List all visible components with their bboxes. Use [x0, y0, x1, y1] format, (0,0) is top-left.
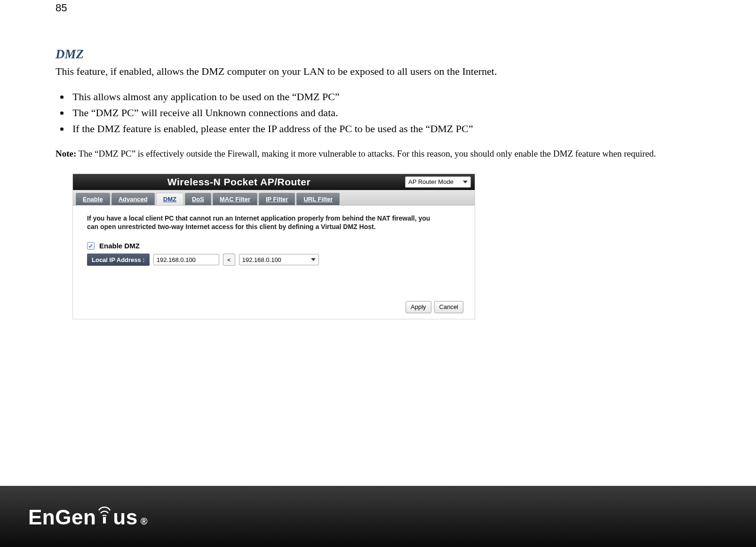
content-area: DMZ This feature, if enabled, allows the… [56, 47, 705, 319]
panel-body: If you have a local client PC that canno… [73, 206, 475, 319]
footer: EnGen us ® [0, 486, 756, 547]
bullet-item: If the DMZ feature is enabled, please en… [70, 121, 705, 137]
ip-select[interactable]: 192.168.0.100 [239, 254, 319, 265]
tab-label: URL Filter [303, 196, 333, 203]
svg-marker-0 [463, 181, 468, 183]
copy-ip-button[interactable]: < [223, 254, 235, 266]
tab-url-filter[interactable]: URL Filter [296, 193, 340, 205]
tab-ip-filter[interactable]: IP Filter [259, 193, 295, 205]
ip-field-label: Local IP Address : [87, 254, 150, 266]
tab-label: DoS [192, 196, 204, 203]
tab-label: IP Filter [266, 196, 288, 203]
tab-label: MAC Filter [220, 196, 250, 203]
tab-dos[interactable]: DoS [185, 193, 211, 205]
enable-dmz-label: Enable DMZ [99, 242, 140, 250]
ip-input-value: 192.168.0.100 [157, 256, 196, 263]
cancel-button[interactable]: Cancel [434, 301, 463, 313]
apply-button-label: Apply [411, 303, 426, 310]
tab-mac-filter[interactable]: MAC Filter [213, 193, 257, 205]
tab-strip: Enable Advanced DMZ DoS MAC Filter IP Fi… [73, 190, 475, 206]
tab-label: Advanced [119, 196, 148, 203]
copy-ip-button-label: < [227, 256, 231, 263]
svg-marker-1 [311, 258, 316, 261]
chevron-down-icon [311, 258, 316, 261]
enable-dmz-checkbox[interactable]: ✓ [87, 242, 95, 250]
ip-input[interactable]: 192.168.0.100 [153, 254, 219, 265]
bullet-item: The “DMZ PC” will receive all Unknown co… [70, 105, 705, 121]
bullet-item: This allows almost any application to be… [70, 89, 705, 105]
note-text: The “DMZ PC” is effectively outside the … [76, 149, 656, 159]
mode-select-value: AP Router Mode [408, 178, 454, 185]
logo-text-2: us [113, 506, 137, 529]
note-paragraph: Note: The “DMZ PC” is effectively outsid… [56, 147, 705, 160]
section-title: DMZ [56, 47, 705, 62]
tab-dmz[interactable]: DMZ [156, 193, 183, 205]
logo-text-1: EnGen [28, 506, 96, 529]
page-number: 85 [56, 2, 67, 14]
tab-enable[interactable]: Enable [76, 193, 110, 205]
tab-label: DMZ [163, 196, 176, 203]
tab-label: Enable [83, 196, 103, 203]
note-label: Note: [56, 149, 76, 159]
tab-advanced[interactable]: Advanced [111, 193, 155, 205]
intro-paragraph: This feature, if enabled, allows the DMZ… [56, 64, 705, 79]
page: 85 DMZ This feature, if enabled, allows … [0, 0, 756, 547]
ip-select-value: 192.168.0.100 [242, 256, 281, 263]
check-icon: ✓ [88, 243, 93, 249]
banner-title: Wireless-N Pocket AP/Router [73, 176, 405, 188]
router-panel: Wireless-N Pocket AP/Router AP Router Mo… [72, 174, 475, 319]
wifi-icon [97, 504, 112, 523]
enable-dmz-row: ✓ Enable DMZ [87, 242, 463, 250]
ip-row: Local IP Address : 192.168.0.100 < 192.1… [87, 254, 463, 266]
banner: Wireless-N Pocket AP/Router AP Router Mo… [73, 174, 475, 190]
engenius-logo: EnGen us ® [28, 504, 148, 529]
action-buttons: Apply Cancel [406, 301, 463, 313]
mode-select[interactable]: AP Router Mode [405, 176, 471, 188]
feature-bullets: This allows almost any application to be… [56, 89, 705, 137]
registered-icon: ® [141, 516, 148, 527]
panel-description: If you have a local client PC that canno… [87, 214, 435, 232]
chevron-down-icon [463, 181, 468, 183]
apply-button[interactable]: Apply [406, 301, 431, 313]
cancel-button-label: Cancel [439, 303, 458, 310]
svg-rect-2 [103, 517, 106, 523]
